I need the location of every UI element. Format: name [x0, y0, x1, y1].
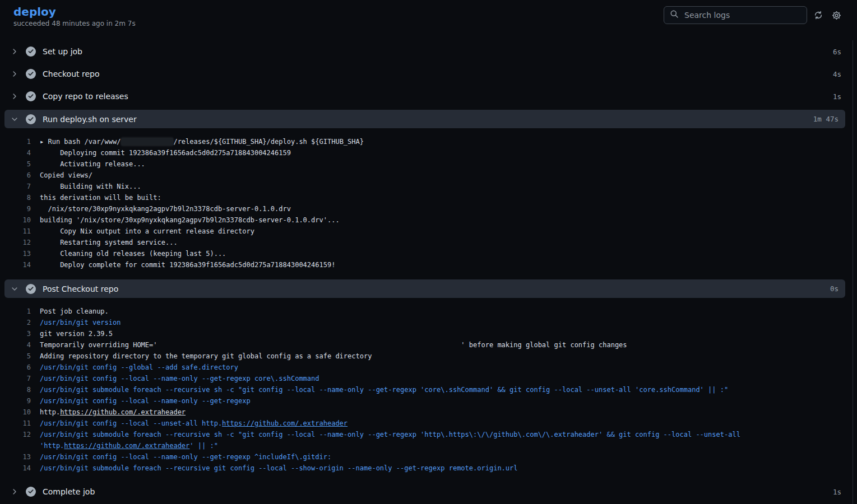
line-number[interactable]: 1: [4, 136, 31, 147]
check-circle-icon: [26, 114, 36, 124]
log-link[interactable]: https://github.com/.extraheader: [60, 408, 186, 416]
chevron-right-icon[interactable]: [10, 488, 19, 496]
log-line: 12/usr/bin/git submodule foreach --recur…: [0, 429, 857, 451]
check-circle-icon: [26, 91, 36, 101]
log-line: 9 /nix/store/30xp9nyxkqkang2agpv7b9l2n33…: [0, 203, 857, 214]
log-text-segment: Cleaning old releases (keeping last 5)..…: [40, 250, 226, 258]
log-text: /usr/bin/git config --local --name-only …: [40, 373, 319, 384]
line-number[interactable]: 14: [4, 463, 31, 474]
check-circle-icon: [26, 487, 36, 497]
log-text: Building with Nix...: [40, 181, 141, 192]
line-number[interactable]: 11: [4, 226, 31, 237]
step-duration: 0s: [830, 284, 839, 293]
log-text-segment: /nix/store/30xp9nyxkqkang2agpv7b9l2n3378…: [40, 205, 291, 213]
log-text: ▸ Run bash /var/www/ /releases/${GITHUB_…: [40, 136, 364, 147]
line-number[interactable]: 1: [4, 306, 31, 317]
log-line: 7 Building with Nix...: [0, 181, 857, 192]
log-text: Adding repository directory to the tempo…: [40, 351, 372, 362]
log-text: Copy Nix output into a current release d…: [40, 226, 254, 237]
step-label: Copy repo to releases: [43, 92, 128, 101]
log-text: /usr/bin/git config --local --unset-all …: [40, 418, 348, 429]
log-text-segment: Copied views/: [40, 171, 92, 179]
line-number[interactable]: 6: [4, 362, 31, 373]
log-line: 4 Deploying commit 192386a39f1656adc5d0d…: [0, 147, 857, 158]
log-text: /usr/bin/git submodule foreach --recursi…: [40, 384, 728, 395]
chevron-down-icon[interactable]: [10, 285, 19, 293]
step-duration: 1s: [833, 92, 841, 101]
log-link[interactable]: https://github.com/.extraheader: [64, 442, 189, 450]
log-line: 13 Cleaning old releases (keeping last 5…: [0, 248, 857, 259]
log-command-segment: /usr/bin/git config --local --name-only …: [40, 397, 251, 405]
log-line: 14 Deploy complete for commit 192386a39f…: [0, 259, 857, 270]
line-number[interactable]: 10: [4, 407, 31, 418]
line-number[interactable]: 13: [4, 248, 31, 259]
line-number[interactable]: 14: [4, 259, 31, 270]
log-command-segment: /usr/bin/git version: [40, 319, 121, 326]
log-text: /nix/store/30xp9nyxkqkang2agpv7b9l2n3378…: [40, 203, 291, 214]
log-line: 5 Activating release...: [0, 158, 857, 170]
chevron-right-icon[interactable]: [10, 48, 19, 55]
log-text: /usr/bin/git submodule foreach --recursi…: [40, 429, 798, 451]
line-number[interactable]: 5: [4, 158, 31, 170]
log-line: 10building '/nix/store/30xp9nyxkqkang2ag…: [0, 214, 857, 226]
line-number[interactable]: 9: [4, 395, 31, 407]
log-line: 12 Restarting systemd service...: [0, 237, 857, 248]
line-number[interactable]: 4: [4, 147, 31, 158]
step-row-complete-job[interactable]: Complete job1s: [0, 480, 857, 503]
line-number[interactable]: 2: [4, 317, 31, 328]
line-number[interactable]: 12: [4, 429, 31, 440]
line-number[interactable]: 9: [4, 203, 31, 214]
step-row-run-deploy-sh-on-server[interactable]: Run deploy.sh on server1m 47s: [4, 110, 845, 128]
step-row-checkout-repo[interactable]: Checkout repo4s: [0, 63, 857, 85]
workflow-run-page: deploy succeeded 48 minutes ago in 2m 7s: [0, 0, 857, 503]
log-line: 2/usr/bin/git version: [0, 317, 857, 328]
log-text-segment: ▸ Run bash /var/www/: [40, 138, 121, 146]
log-command-segment: /usr/bin/git config --local --name-only …: [40, 453, 331, 461]
gear-icon: [832, 11, 841, 20]
chevron-right-icon[interactable]: [10, 92, 19, 100]
step-label: Post Checkout repo: [43, 284, 118, 293]
line-number[interactable]: 5: [4, 351, 31, 362]
step-row-set-up-job[interactable]: Set up job6s: [0, 40, 857, 63]
log-text: http.https://github.com/.extraheader: [40, 407, 186, 418]
log-text: /usr/bin/git version: [40, 317, 121, 328]
log-link[interactable]: https://github.com/.extraheader: [222, 419, 348, 427]
step-label: Run deploy.sh on server: [43, 115, 137, 124]
log-line: 6Copied views/: [0, 170, 857, 181]
step-row-copy-repo-to-releases[interactable]: Copy repo to releases1s: [0, 85, 857, 108]
chevron-down-icon[interactable]: [10, 115, 19, 123]
log-line: 8this derivation will be built:: [0, 192, 857, 203]
line-number[interactable]: 10: [4, 214, 31, 226]
line-number[interactable]: 8: [4, 192, 31, 203]
step-label: Checkout repo: [43, 69, 99, 78]
log-line: 1Post job cleanup.: [0, 306, 857, 317]
line-number[interactable]: 11: [4, 418, 31, 429]
job-title-block: deploy succeeded 48 minutes ago in 2m 7s: [13, 4, 136, 27]
log-settings-button[interactable]: [830, 8, 844, 22]
line-number[interactable]: 7: [4, 373, 31, 384]
line-number[interactable]: 7: [4, 181, 31, 192]
log-text: Cleaning old releases (keeping last 5)..…: [40, 248, 226, 259]
search-logs-input[interactable]: [683, 10, 801, 20]
search-icon: [670, 10, 679, 21]
line-number[interactable]: 4: [4, 339, 31, 351]
sync-icon: [814, 11, 823, 20]
log-text-segment: Building with Nix...: [40, 183, 141, 190]
line-number[interactable]: 12: [4, 237, 31, 248]
log-text-segment: building '/nix/store/30xp9nyxkqkang2agpv…: [40, 216, 340, 224]
search-logs-box[interactable]: [664, 6, 807, 24]
log-text-segment: Copy Nix output into a current release d…: [40, 227, 254, 235]
chevron-right-icon[interactable]: [10, 70, 19, 78]
line-number[interactable]: 3: [4, 328, 31, 339]
refresh-logs-button[interactable]: [812, 8, 825, 22]
line-number[interactable]: 8: [4, 384, 31, 395]
log-text: Copied views/: [40, 170, 92, 181]
line-number[interactable]: 13: [4, 451, 31, 463]
step-row-post-checkout-repo[interactable]: Post Checkout repo0s: [4, 279, 845, 298]
line-number[interactable]: 6: [4, 170, 31, 181]
job-title[interactable]: deploy: [13, 4, 56, 19]
log-line: 5Adding repository directory to the temp…: [0, 351, 857, 362]
log-text: /usr/bin/git submodule foreach --recursi…: [40, 463, 518, 474]
log-text: /usr/bin/git config --local --name-only …: [40, 451, 331, 463]
log-text: building '/nix/store/30xp9nyxkqkang2agpv…: [40, 214, 340, 226]
